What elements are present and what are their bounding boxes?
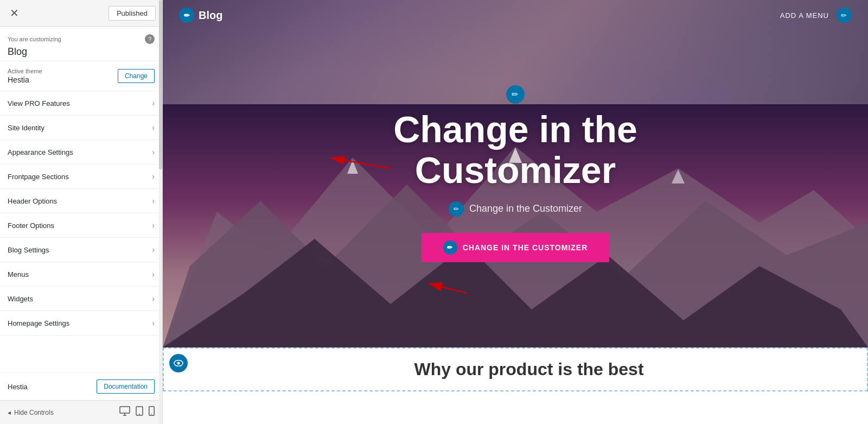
menu-item-label: Widgets: [8, 295, 33, 303]
hero-title-edit-button[interactable]: ✏: [506, 85, 525, 104]
close-button[interactable]: ✕: [7, 5, 22, 21]
menu-item-label: View PRO Features: [8, 99, 70, 107]
panel-footer: Hestia Documentation: [0, 372, 162, 400]
mobile-icon[interactable]: [149, 406, 155, 419]
svg-rect-0: [120, 407, 130, 413]
nav-edit-button[interactable]: ✏: [837, 8, 852, 23]
chevron-icon: ›: [152, 221, 155, 230]
svg-point-15: [177, 362, 180, 365]
desktop-icon[interactable]: [119, 406, 130, 419]
blog-title: Blog: [8, 46, 155, 58]
menu-item-label: Frontpage Sections: [8, 173, 69, 181]
chevron-icon: ›: [152, 197, 155, 205]
menu-item-header-options[interactable]: Header Options ›: [0, 189, 162, 213]
menu-item-appearance-settings[interactable]: Appearance Settings ›: [0, 140, 162, 164]
bottom-bar: ◂ Hide Controls: [0, 400, 162, 424]
customizing-subtitle: You are customizing ?: [8, 34, 155, 44]
chevron-icon: ›: [152, 172, 155, 181]
hero-subtitle: ✏ Change in the Customizer: [393, 201, 637, 217]
svg-point-4: [139, 414, 140, 415]
menu-item-site-identity[interactable]: Site Identity ›: [0, 116, 162, 140]
chevron-icon: ›: [152, 99, 155, 107]
nav-right: ADD A MENU ✏: [780, 8, 852, 23]
menu-item-label: Menus: [8, 270, 29, 279]
customizer-panel: ✕ Published You are customizing ? Blog A…: [0, 0, 163, 424]
hero-cta-button[interactable]: ✏ CHANGE IN THE CUSTOMIZER: [422, 233, 610, 262]
chevron-icon: ›: [152, 245, 155, 254]
menu-item-homepage-settings[interactable]: Homepage Settings ›: [0, 311, 162, 336]
menu-list: View PRO Features › Site Identity › Appe…: [0, 91, 162, 372]
active-theme-label: Active theme: [8, 68, 42, 74]
menu-item-label: Appearance Settings: [8, 148, 73, 156]
footer-theme-name: Hestia: [8, 383, 28, 391]
menu-item-widgets[interactable]: Widgets ›: [0, 287, 162, 311]
svg-point-6: [151, 414, 152, 415]
scroll-thumb: [159, 0, 162, 169]
change-theme-button[interactable]: Change: [118, 69, 155, 83]
menu-item-blog-settings[interactable]: Blog Settings ›: [0, 238, 162, 262]
menu-item-label: Homepage Settings: [8, 319, 69, 327]
nav-logo-edit-button[interactable]: ✏: [179, 8, 194, 23]
scroll-indicator: [159, 0, 162, 424]
hero-content: ✏ Change in the Customizer ✏ Change in t…: [393, 85, 637, 262]
menu-item-menus[interactable]: Menus ›: [0, 262, 162, 287]
menu-item-frontpage-sections[interactable]: Frontpage Sections ›: [0, 164, 162, 189]
help-icon[interactable]: ?: [145, 34, 155, 44]
arrow-left-icon: ◂: [8, 409, 11, 416]
active-theme-section: Active theme Hestia Change: [0, 61, 162, 91]
menu-item-label: Blog Settings: [8, 246, 49, 254]
below-hero-section: Why our product is the best: [163, 347, 868, 391]
section-visibility-button[interactable]: [169, 354, 188, 372]
chevron-icon: ›: [152, 270, 155, 279]
chevron-icon: ›: [152, 319, 155, 327]
chevron-icon: ›: [152, 294, 155, 303]
panel-header: ✕ Published: [0, 0, 162, 27]
chevron-icon: ›: [152, 123, 155, 132]
hero-subtitle-edit-button[interactable]: ✏: [449, 201, 464, 217]
preview-nav: ✏ Blog ADD A MENU ✏: [163, 0, 868, 30]
menu-item-label: Header Options: [8, 197, 57, 205]
device-icons: [119, 406, 155, 419]
active-theme-name: Hestia: [8, 75, 42, 84]
tablet-icon[interactable]: [136, 406, 143, 419]
customizing-section: You are customizing ? Blog: [0, 27, 162, 61]
hero-title: Change in the Customizer: [393, 109, 637, 191]
preview-area: ✏ Blog ADD A MENU ✏: [163, 0, 868, 424]
documentation-button[interactable]: Documentation: [97, 379, 155, 394]
menu-item-footer-options[interactable]: Footer Options ›: [0, 213, 162, 238]
menu-item-view-pro[interactable]: View PRO Features ›: [0, 91, 162, 116]
menu-item-label: Footer Options: [8, 222, 54, 230]
hide-controls-button[interactable]: ◂ Hide Controls: [8, 409, 54, 416]
below-hero-title: Why our product is the best: [207, 359, 851, 379]
nav-logo: ✏ Blog: [179, 8, 222, 23]
menu-item-label: Site Identity: [8, 124, 44, 132]
hero-section: ✏ Change in the Customizer ✏ Change in t…: [163, 0, 868, 347]
hero-cta-edit-button[interactable]: ✏: [443, 241, 457, 255]
chevron-icon: ›: [152, 148, 155, 156]
published-button[interactable]: Published: [108, 6, 156, 21]
